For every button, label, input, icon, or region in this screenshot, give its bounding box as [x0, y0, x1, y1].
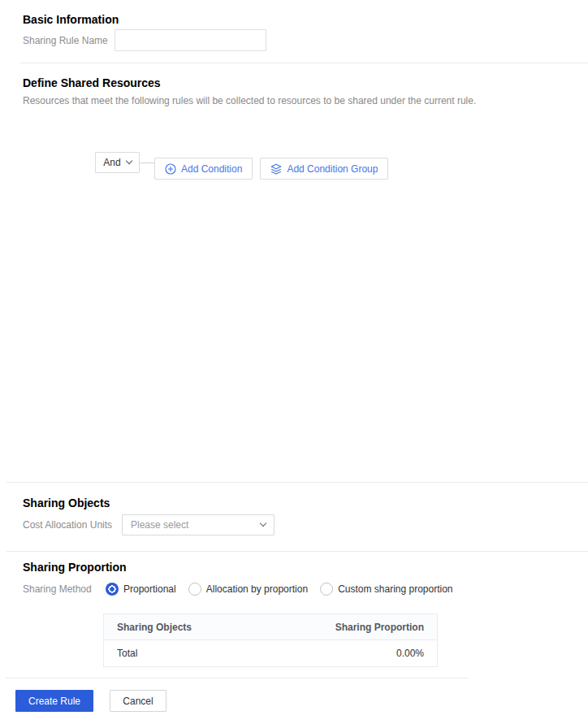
condition-operator-select[interactable]: And — [95, 152, 140, 173]
cost-allocation-units-placeholder: Please select — [131, 519, 188, 531]
basic-information-section: Basic Information Sharing Rule Name — [0, 0, 588, 51]
add-condition-group-button[interactable]: Add Condition Group — [260, 158, 388, 180]
sharing-proportion-table: Sharing Objects Sharing Proportion Total… — [103, 613, 438, 667]
sharing-rule-name-row: Sharing Rule Name — [23, 29, 588, 51]
cost-allocation-units-label: Cost Allocation Units — [23, 519, 122, 531]
sharing-objects-section: Sharing Objects Cost Allocation Units Pl… — [0, 483, 588, 535]
condition-connector-line — [140, 163, 154, 163]
footer-actions: Create Rule Cancel — [0, 678, 588, 724]
radio-allocation-by-proportion[interactable]: Allocation by proportion — [188, 583, 308, 596]
chevron-down-icon — [260, 520, 266, 527]
layers-icon — [270, 163, 282, 175]
sharing-method-label: Sharing Method — [23, 583, 106, 595]
condition-builder: And Add Condition — [95, 152, 588, 180]
table-row-total: Total 0.00% — [104, 640, 438, 667]
add-condition-label: Add Condition — [181, 163, 242, 175]
radio-icon — [106, 583, 119, 596]
sharing-method-row: Sharing Method Proportional Allocation b… — [23, 583, 588, 596]
define-shared-resources-description: Resources that meet the following rules … — [23, 95, 588, 106]
total-label: Total — [104, 640, 260, 667]
radio-proportional[interactable]: Proportional — [106, 583, 176, 596]
radio-allocation-by-proportion-label: Allocation by proportion — [206, 583, 308, 595]
table-header-sharing-objects: Sharing Objects — [104, 614, 260, 640]
sharing-proportion-title: Sharing Proportion — [23, 552, 588, 574]
create-sharing-rule-page: Basic Information Sharing Rule Name Defi… — [0, 0, 588, 724]
basic-information-title: Basic Information — [23, 14, 588, 26]
radio-custom-sharing-proportion[interactable]: Custom sharing proportion — [320, 583, 452, 596]
define-shared-resources-section: Define Shared Resources Resources that m… — [0, 63, 588, 180]
condition-buttons: Add Condition Add Condition Group — [154, 158, 388, 180]
radio-proportional-label: Proportional — [123, 583, 176, 595]
sharing-rule-name-label: Sharing Rule Name — [23, 35, 115, 46]
condition-operator-value: And — [103, 157, 120, 168]
cost-allocation-units-select[interactable]: Please select — [122, 514, 275, 535]
table-header-row: Sharing Objects Sharing Proportion — [104, 614, 438, 640]
chevron-down-icon — [125, 158, 132, 164]
add-condition-group-label: Add Condition Group — [287, 163, 378, 175]
create-rule-button[interactable]: Create Rule — [15, 690, 93, 712]
circle-plus-icon — [165, 163, 176, 175]
radio-icon — [188, 583, 201, 596]
radio-custom-sharing-proportion-label: Custom sharing proportion — [338, 583, 452, 595]
table-header-sharing-proportion: Sharing Proportion — [260, 614, 438, 640]
cancel-button[interactable]: Cancel — [110, 690, 166, 712]
radio-icon — [320, 583, 333, 596]
sharing-objects-title: Sharing Objects — [23, 483, 588, 509]
cost-allocation-units-row: Cost Allocation Units Please select — [23, 514, 588, 535]
sharing-proportion-section: Sharing Proportion Sharing Method Propor… — [0, 552, 588, 667]
define-shared-resources-title: Define Shared Resources — [23, 63, 588, 89]
add-condition-button[interactable]: Add Condition — [154, 158, 253, 180]
total-proportion-value: 0.00% — [260, 640, 438, 667]
sharing-rule-name-input[interactable] — [115, 29, 266, 51]
